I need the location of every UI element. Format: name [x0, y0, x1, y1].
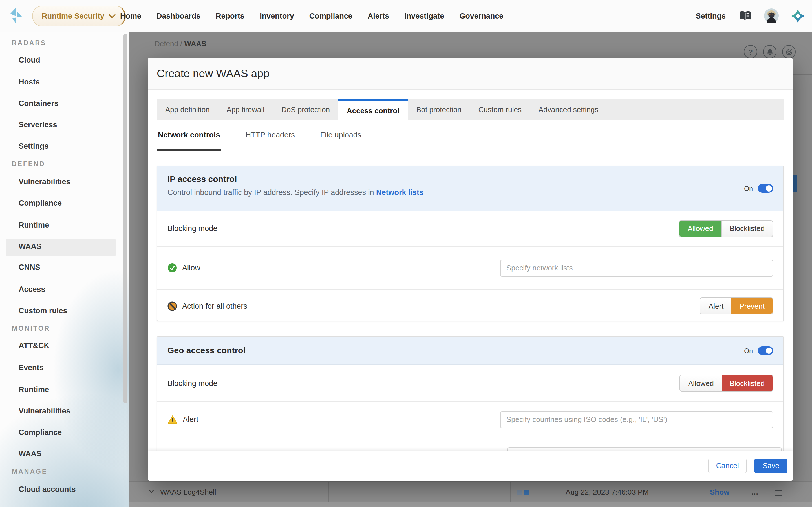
- nav-reports[interactable]: Reports: [216, 11, 245, 20]
- breadcrumb-current: WAAS: [185, 40, 206, 48]
- nav-dashboards[interactable]: Dashboards: [156, 11, 200, 20]
- tab-advanced-settings[interactable]: Advanced settings: [530, 99, 607, 120]
- geo-alert-row: Alert: [157, 401, 783, 437]
- brand-logo-icon[interactable]: [8, 6, 24, 25]
- ip-mode-blocklisted-button[interactable]: Blocklisted: [721, 221, 772, 236]
- nav-alerts[interactable]: Alerts: [368, 11, 389, 20]
- ban-icon: [167, 301, 177, 311]
- sidebar-item-access[interactable]: Access: [18, 285, 45, 293]
- subtab-http-headers[interactable]: HTTP headers: [245, 120, 296, 150]
- modal-title: Create new WAAS app: [157, 67, 269, 80]
- nav-investigate[interactable]: Investigate: [404, 11, 444, 20]
- subtab-network-controls[interactable]: Network controls: [157, 120, 221, 150]
- row-expand-chevron-icon[interactable]: [149, 490, 154, 494]
- radar-scan-icon[interactable]: [782, 45, 796, 59]
- geo-blocking-mode-segmented: Allowed Blocklisted: [680, 375, 773, 392]
- sidebar-item-waas-active[interactable]: WAAS: [18, 242, 42, 251]
- row-drag-handle-icon[interactable]: [775, 490, 782, 496]
- ip-access-control-card: IP access control Control inbound traffi…: [157, 166, 784, 321]
- sidebar-section-defend: DEFEND: [12, 161, 45, 167]
- nav-settings[interactable]: Settings: [696, 11, 726, 20]
- app-root: Runtime Security Home Dashboards Reports…: [0, 0, 812, 507]
- geo-mode-allowed-button[interactable]: Allowed: [680, 375, 722, 391]
- docs-book-icon[interactable]: [738, 8, 752, 23]
- sidebar-item-compliance[interactable]: Compliance: [18, 199, 62, 207]
- breadcrumb-section[interactable]: Defend: [154, 40, 178, 48]
- sidebar-section-radars: RADARS: [12, 40, 46, 46]
- allow-label: Allow: [182, 264, 200, 272]
- notifications-bell-icon[interactable]: [763, 45, 776, 59]
- scope-square-blue: [524, 490, 529, 495]
- sidebar-item-vulnerabilities[interactable]: Vulnerabilities: [18, 177, 70, 186]
- ip-mode-allowed-button[interactable]: Allowed: [680, 221, 721, 236]
- allow-network-lists-input[interactable]: [500, 260, 773, 276]
- tab-custom-rules[interactable]: Custom rules: [470, 99, 530, 120]
- column-divider: [692, 482, 693, 502]
- geo-alert-label: Alert: [183, 415, 199, 424]
- sidebar-item-attack[interactable]: ATT&CK: [18, 341, 49, 350]
- column-divider: [328, 482, 329, 502]
- sidebar-item-runtime-monitor[interactable]: Runtime: [18, 385, 49, 394]
- modal-tabs: App definition App firewall DoS protecti…: [157, 99, 784, 120]
- sidebar-section-monitor: MONITOR: [12, 325, 50, 332]
- geo-alert-countries-input[interactable]: [500, 411, 773, 428]
- product-switcher[interactable]: Runtime Security: [32, 6, 126, 26]
- ip-action-alert-button[interactable]: Alert: [701, 298, 731, 314]
- network-lists-link[interactable]: Network lists: [376, 188, 423, 196]
- sidebar-item-cloud-accounts[interactable]: Cloud accounts: [18, 485, 76, 494]
- sidebar-item-vulns-monitor[interactable]: Vulnerabilities: [18, 407, 70, 415]
- sidebar-section-manage: MANAGE: [12, 468, 47, 475]
- ip-action-prevent-button[interactable]: Prevent: [731, 298, 772, 314]
- modal-header: Create new WAAS app: [148, 58, 793, 90]
- nav-governance[interactable]: Governance: [459, 11, 503, 20]
- geo-enabled-toggle[interactable]: [758, 346, 773, 355]
- user-avatar[interactable]: [764, 8, 779, 23]
- sidebar: RADARS Cloud Hosts Containers Serverless…: [0, 32, 129, 507]
- geo-toggle-wrap: On: [744, 346, 773, 355]
- ip-section-title: IP access control: [167, 174, 773, 184]
- sidebar-item-cloud[interactable]: Cloud: [18, 56, 40, 64]
- geo-mode-blocklisted-button[interactable]: Blocklisted: [722, 375, 772, 391]
- sidebar-item-compliance-monitor[interactable]: Compliance: [18, 428, 62, 437]
- ip-blocking-mode-row: Blocking mode Allowed Blocklisted: [157, 211, 783, 245]
- sidebar-item-serverless[interactable]: Serverless: [18, 121, 57, 129]
- nav-compliance[interactable]: Compliance: [309, 11, 352, 20]
- sidebar-scrollbar[interactable]: [123, 34, 128, 403]
- sidebar-item-runtime[interactable]: Runtime: [18, 221, 49, 229]
- ip-section-description: Control inbound traffic by IP address. S…: [167, 188, 773, 196]
- modified-date-cell: Aug 22, 2023 7:46:03 PM: [566, 482, 649, 502]
- column-divider: [765, 482, 765, 502]
- help-icon[interactable]: ?: [744, 45, 757, 59]
- warning-triangle-icon: [167, 415, 177, 424]
- geo-access-control-card: Geo access control On Blocking mode Allo…: [157, 336, 784, 457]
- subtab-file-uploads[interactable]: File uploads: [319, 120, 363, 150]
- create-waas-app-modal: Create new WAAS app App definition App f…: [148, 58, 793, 481]
- sidebar-item-events[interactable]: Events: [18, 363, 44, 372]
- tab-bot-protection[interactable]: Bot protection: [408, 99, 470, 120]
- column-divider: [510, 482, 511, 502]
- product-switcher-label: Runtime Security: [42, 12, 104, 20]
- sidebar-item-settings[interactable]: Settings: [18, 142, 49, 151]
- tab-dos-protection[interactable]: DoS protection: [273, 99, 338, 120]
- sidebar-item-containers[interactable]: Containers: [18, 99, 58, 108]
- sidebar-item-custom-rules[interactable]: Custom rules: [18, 306, 67, 315]
- column-divider: [559, 482, 559, 502]
- tab-app-definition[interactable]: App definition: [157, 99, 218, 120]
- nav-inventory[interactable]: Inventory: [260, 11, 294, 20]
- show-link[interactable]: Show: [710, 482, 729, 502]
- cancel-button[interactable]: Cancel: [708, 458, 747, 473]
- sidebar-item-hosts[interactable]: Hosts: [18, 78, 40, 86]
- prisma-cloud-logo-icon[interactable]: [791, 8, 805, 23]
- nav-home[interactable]: Home: [120, 11, 141, 20]
- ip-enabled-toggle[interactable]: [758, 184, 773, 193]
- sidebar-item-cnns[interactable]: CNNS: [18, 263, 40, 272]
- ip-allow-row: Allow: [157, 245, 783, 289]
- save-button[interactable]: Save: [755, 458, 787, 473]
- tab-access-control[interactable]: Access control: [338, 99, 408, 120]
- waas-table-row[interactable]: WAAS Log4Shell Aug 22, 2023 7:46:03 PM S…: [129, 481, 812, 503]
- ip-toggle-wrap: On: [744, 184, 773, 193]
- row-more-actions[interactable]: …: [751, 482, 759, 502]
- sidebar-item-waas-monitor[interactable]: WAAS: [18, 450, 42, 458]
- tab-app-firewall[interactable]: App firewall: [218, 99, 273, 120]
- ip-action-row: Action for all others Alert Prevent: [157, 289, 783, 322]
